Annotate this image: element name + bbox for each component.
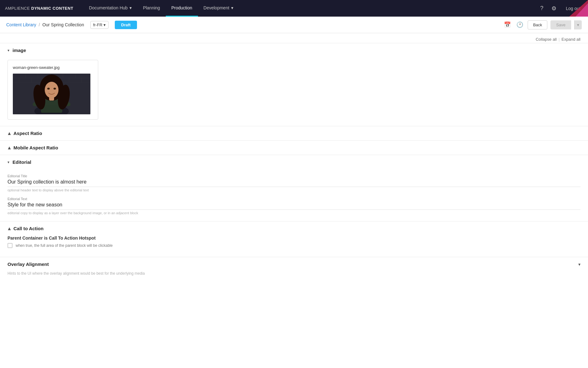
image-section-header[interactable]: ▾ image	[0, 43, 588, 57]
chevron-down-icon: ▾	[129, 5, 132, 10]
aspect-ratio-section-title: Aspect Ratio	[13, 131, 42, 136]
breadcrumb-actions: 📅 🕐 Back Save ▾	[503, 20, 582, 29]
overlay-alignment-hint: Hints to the UI where the overlay alignm…	[0, 271, 588, 279]
editorial-title-value[interactable]: Our Spring collection is almost here	[8, 179, 580, 187]
top-navigation: AMPLIENCE DYNAMIC CONTENT Documentation …	[0, 0, 588, 17]
editorial-title-label: Editorial Title	[8, 174, 580, 178]
overlay-alignment-title: Overlay Alignment	[8, 262, 49, 267]
brand-logo: AMPLIENCE DYNAMIC CONTENT	[5, 6, 73, 11]
save-button: Save	[550, 20, 571, 29]
svg-point-25	[53, 88, 56, 90]
editorial-title-hint: optional header text to display above th…	[8, 188, 580, 192]
collapse-all-link[interactable]: Collapse all	[536, 37, 557, 42]
svg-point-23	[45, 82, 58, 98]
editorial-text-label: Editorial Text	[8, 197, 580, 201]
image-chevron-icon: ▾	[8, 48, 9, 53]
editorial-section-title: Editorial	[13, 159, 31, 165]
overlay-alignment-chevron-icon: ▾	[578, 262, 580, 267]
editorial-chevron-icon: ▾	[8, 160, 9, 164]
help-button[interactable]: ?	[539, 4, 545, 13]
expand-all-link[interactable]: Expand all	[561, 37, 580, 42]
nav-item-production[interactable]: Production	[166, 0, 198, 17]
draft-status-badge: Draft	[115, 21, 137, 29]
editorial-section: ▾ Editorial Editorial Title Our Spring c…	[0, 155, 588, 221]
locale-value: fr-FR	[93, 23, 103, 27]
overlay-alignment-section: Overlay Alignment ▾ Hints to the UI wher…	[0, 257, 588, 279]
nav-item-planning[interactable]: Planning	[137, 0, 166, 17]
image-card: woman-green-sweater.jpg	[8, 60, 98, 120]
nav-item-development[interactable]: Development ▾	[198, 0, 239, 17]
editorial-text-hint: editorial copy to display as a layer ove…	[8, 211, 580, 215]
settings-button[interactable]: ⚙	[550, 4, 558, 13]
image-section-title: image	[13, 48, 26, 53]
chevron-down-icon: ▾	[231, 5, 233, 10]
mobile-aspect-ratio-chevron-icon: ▶	[7, 146, 11, 149]
image-filename: woman-green-sweater.jpg	[13, 65, 93, 70]
history-button[interactable]: 🕐	[515, 20, 525, 29]
breadcrumb-separator: /	[39, 22, 40, 27]
mobile-aspect-ratio-section-header[interactable]: ▶ Mobile Aspect Ratio	[0, 141, 588, 155]
aspect-ratio-section-header[interactable]: ▶ Aspect Ratio	[0, 126, 588, 140]
aspect-ratio-chevron-icon: ▶	[7, 132, 11, 135]
mobile-aspect-ratio-section: ▶ Mobile Aspect Ratio	[0, 140, 588, 155]
content-library-link[interactable]: Content Library	[6, 22, 36, 27]
call-to-action-chevron-icon: ▶	[7, 227, 11, 230]
parent-container-checkbox[interactable]	[8, 243, 13, 248]
editorial-section-header[interactable]: ▾ Editorial	[0, 155, 588, 169]
calendar-button[interactable]: 📅	[503, 20, 512, 29]
breadcrumb-bar: Content Library / Our Spring Collection …	[0, 17, 588, 33]
aspect-ratio-section: ▶ Aspect Ratio	[0, 126, 588, 140]
content-area: Collapse all | Expand all ▾ image woman-…	[0, 33, 588, 368]
corner-accent	[569, 0, 588, 17]
image-preview	[13, 74, 90, 114]
save-dropdown-button[interactable]: ▾	[574, 20, 582, 29]
brand-amplience: AMPLIENCE	[5, 6, 30, 11]
svg-point-24	[47, 88, 50, 90]
nav-items: Documentation Hub ▾ Planning Production …	[83, 0, 539, 17]
call-to-action-section-header[interactable]: ▶ Call to Action	[0, 221, 588, 236]
locale-selector[interactable]: fr-FR ▾	[90, 21, 109, 29]
breadcrumb-current-item: Our Spring Collection	[43, 22, 84, 27]
collapse-expand-bar: Collapse all | Expand all	[0, 33, 588, 43]
svg-rect-26	[49, 97, 54, 101]
image-section-content: woman-green-sweater.jpg	[0, 57, 588, 126]
locale-chevron-icon: ▾	[104, 23, 106, 27]
mobile-aspect-ratio-section-title: Mobile Aspect Ratio	[13, 145, 58, 150]
parent-container-title: Parent Container is Call To Action Hotsp…	[8, 236, 580, 241]
editorial-fields: Editorial Title Our Spring collection is…	[0, 174, 588, 221]
image-section: ▾ image woman-green-sweater.jpg	[0, 43, 588, 126]
back-button[interactable]: Back	[528, 20, 547, 29]
call-to-action-section: ▶ Call to Action	[0, 221, 588, 236]
nav-item-documentation-hub[interactable]: Documentation Hub ▾	[83, 0, 137, 17]
editorial-text-value[interactable]: Style for the new season	[8, 202, 580, 210]
parent-container-checkbox-row: when true, the full area of the parent b…	[8, 243, 580, 248]
overlay-alignment-section-header[interactable]: Overlay Alignment ▾	[0, 257, 588, 271]
call-to-action-section-title: Call to Action	[13, 226, 43, 231]
brand-dynamic-content: DYNAMIC CONTENT	[31, 6, 74, 11]
pipe-separator: |	[559, 37, 560, 42]
parent-container-checkbox-label: when true, the full area of the parent b…	[16, 243, 113, 248]
parent-container-section: Parent Container is Call To Action Hotsp…	[0, 236, 588, 254]
